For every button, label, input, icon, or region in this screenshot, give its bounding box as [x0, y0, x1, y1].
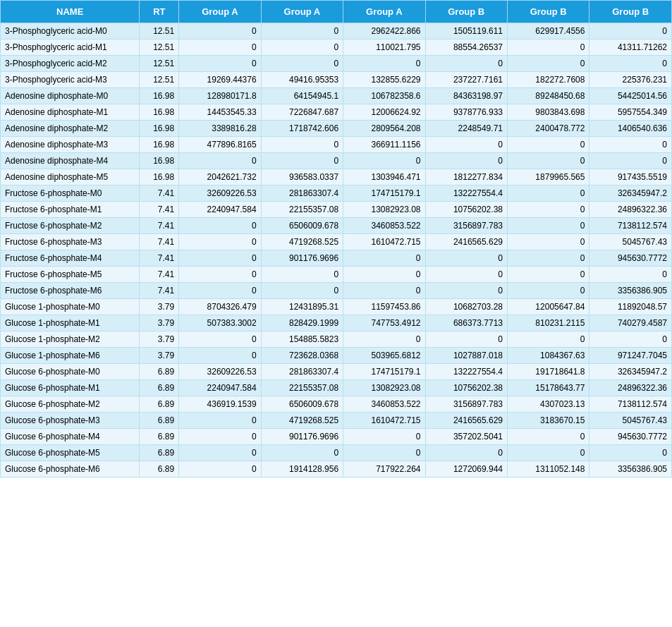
cell-name: 3-Phosphoglyceric acid-M1 — [1, 39, 140, 56]
column-header-6: Group B — [507, 1, 589, 23]
cell-value: 0 — [343, 429, 425, 445]
cell-value: 0 — [179, 39, 261, 56]
main-container: NAMERTGroup AGroup AGroup AGroup BGroup … — [0, 0, 672, 477]
table-row: 3-Phosphoglyceric acid-M212.51000000 — [1, 56, 672, 72]
cell-value: 174715179.1 — [343, 364, 425, 380]
cell-value: 128980171.8 — [179, 88, 261, 104]
column-header-3: Group A — [261, 1, 343, 23]
cell-value: 5045767.43 — [589, 234, 672, 250]
cell-value: 1610472.715 — [343, 234, 425, 250]
cell-value: 0 — [179, 348, 261, 364]
cell-value: 7226847.687 — [261, 104, 343, 121]
cell-value: 357202.5041 — [425, 429, 507, 445]
cell-value: 9378776.933 — [425, 104, 507, 121]
table-row: Fructose 6-phosphate-M47.410901176.96960… — [1, 250, 672, 267]
cell-value: 2248549.71 — [425, 121, 507, 137]
cell-value: 326345947.2 — [589, 185, 672, 202]
cell-value: 12431895.31 — [261, 299, 343, 315]
table-row: Glucose 6-phosphate-M06.8932609226.53281… — [1, 364, 672, 380]
cell-value: 24896322.36 — [589, 202, 672, 218]
cell-value: 0 — [261, 137, 343, 153]
table-row: Adenosine diphosphate-M016.98128980171.8… — [1, 88, 672, 104]
table-row: Glucose 1-phosphate-M23.790154885.582300… — [1, 331, 672, 348]
cell-value: 0 — [507, 218, 589, 234]
cell-value: 0 — [261, 153, 343, 169]
cell-value: 0 — [179, 461, 261, 477]
cell-rt: 6.89 — [140, 413, 179, 429]
cell-value: 945630.7772 — [589, 250, 672, 267]
cell-value: 84363198.97 — [425, 88, 507, 104]
cell-rt: 16.98 — [140, 137, 179, 153]
column-header-2: Group A — [179, 1, 261, 23]
cell-value: 436919.1539 — [179, 396, 261, 413]
cell-name: Adenosine diphosphate-M0 — [1, 88, 140, 104]
cell-value: 0 — [425, 267, 507, 283]
cell-value: 0 — [343, 56, 425, 72]
column-header-1: RT — [140, 1, 179, 23]
cell-value: 2416565.629 — [425, 234, 507, 250]
cell-value: 1311052.148 — [507, 461, 589, 477]
cell-value: 3356386.905 — [589, 461, 672, 477]
cell-value: 3183670.15 — [507, 413, 589, 429]
cell-value: 1027887.018 — [425, 348, 507, 364]
cell-value: 132855.6229 — [343, 72, 425, 88]
cell-value: 1914128.956 — [261, 461, 343, 477]
cell-value: 3389816.28 — [179, 121, 261, 137]
cell-rt: 3.79 — [140, 348, 179, 364]
cell-rt: 7.41 — [140, 185, 179, 202]
cell-value: 6506009.678 — [261, 396, 343, 413]
cell-name: 3-Phosphoglyceric acid-M3 — [1, 72, 140, 88]
cell-value: 0 — [261, 445, 343, 461]
cell-value: 9803843.698 — [507, 104, 589, 121]
cell-value: 1812277.834 — [425, 169, 507, 185]
cell-value: 1084367.63 — [507, 348, 589, 364]
cell-value: 1303946.471 — [343, 169, 425, 185]
cell-value: 740279.4587 — [589, 315, 672, 331]
cell-name: Fructose 6-phosphate-M2 — [1, 218, 140, 234]
cell-value: 2962422.866 — [343, 23, 425, 39]
cell-value: 0 — [179, 445, 261, 461]
cell-rt: 6.89 — [140, 445, 179, 461]
cell-rt: 7.41 — [140, 202, 179, 218]
data-table: NAMERTGroup AGroup AGroup AGroup BGroup … — [0, 0, 672, 477]
cell-value: 828429.1999 — [261, 315, 343, 331]
cell-name: Glucose 1-phosphate-M1 — [1, 315, 140, 331]
cell-value: 2400478.772 — [507, 121, 589, 137]
cell-rt: 16.98 — [140, 153, 179, 169]
cell-rt: 7.41 — [140, 267, 179, 283]
cell-value: 3460853.522 — [343, 396, 425, 413]
table-row: Glucose 6-phosphate-M56.89000000 — [1, 445, 672, 461]
cell-value: 0 — [261, 56, 343, 72]
cell-value: 12005647.84 — [507, 299, 589, 315]
cell-value: 11597453.86 — [343, 299, 425, 315]
cell-value: 686373.7713 — [425, 315, 507, 331]
cell-value: 10756202.38 — [425, 380, 507, 396]
cell-value: 154885.5823 — [261, 331, 343, 348]
cell-value: 0 — [507, 39, 589, 56]
table-row: Fructose 6-phosphate-M07.4132609226.5328… — [1, 185, 672, 202]
cell-rt: 3.79 — [140, 331, 179, 348]
cell-value: 0 — [343, 445, 425, 461]
cell-value: 936583.0337 — [261, 169, 343, 185]
cell-value: 0 — [507, 445, 589, 461]
cell-value: 0 — [179, 429, 261, 445]
cell-value: 0 — [343, 267, 425, 283]
cell-name: Fructose 6-phosphate-M6 — [1, 283, 140, 299]
cell-name: Glucose 1-phosphate-M0 — [1, 299, 140, 315]
cell-value: 7138112.574 — [589, 218, 672, 234]
cell-rt: 7.41 — [140, 250, 179, 267]
cell-value: 89248450.68 — [507, 88, 589, 104]
table-row: Adenosine diphosphate-M216.983389816.281… — [1, 121, 672, 137]
table-row: Glucose 6-phosphate-M36.8904719268.52516… — [1, 413, 672, 429]
table-body: 3-Phosphoglyceric acid-M012.51002962422.… — [1, 23, 672, 477]
table-row: Glucose 6-phosphate-M26.89436919.1539650… — [1, 396, 672, 413]
cell-value: 4719268.525 — [261, 234, 343, 250]
cell-value: 0 — [589, 445, 672, 461]
cell-value: 0 — [179, 23, 261, 39]
cell-rt: 16.98 — [140, 121, 179, 137]
table-row: 3-Phosphoglyceric acid-M312.5119269.4437… — [1, 72, 672, 88]
cell-value: 0 — [179, 267, 261, 283]
cell-value: 5045767.43 — [589, 413, 672, 429]
cell-value: 0 — [343, 153, 425, 169]
cell-name: Adenosine diphosphate-M5 — [1, 169, 140, 185]
